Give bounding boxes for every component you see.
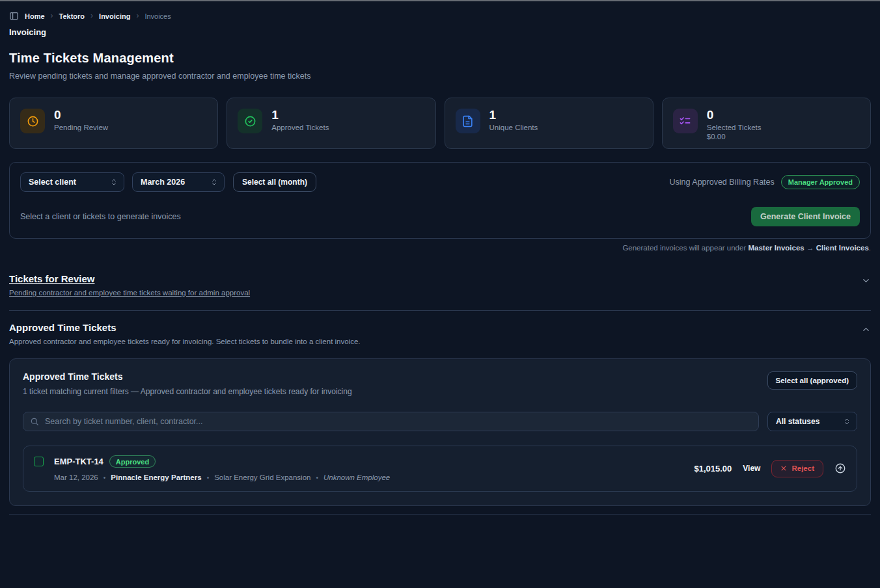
select-all-month-button[interactable]: Select all (month) bbox=[233, 172, 316, 192]
stat-sublabel-amount: $0.00 bbox=[707, 133, 762, 140]
status-filter-value: All statuses bbox=[776, 417, 819, 426]
bullet-separator bbox=[98, 474, 111, 481]
chevron-up-icon[interactable] bbox=[861, 322, 871, 334]
stat-card-approved-tickets: 1 Approved Tickets bbox=[227, 98, 435, 149]
bullet-separator bbox=[310, 474, 323, 481]
page-section-label: Invoicing bbox=[9, 27, 871, 37]
ticket-date: Mar 12, 2026 bbox=[54, 474, 98, 481]
approved-tickets-subtitle: Approved contractor and employee tickets… bbox=[9, 338, 361, 345]
breadcrumb-home[interactable]: Home bbox=[25, 12, 45, 20]
chevron-right-icon: › bbox=[90, 12, 93, 20]
ticket-id: EMP-TKT-14 bbox=[54, 457, 103, 466]
stat-value: 1 bbox=[489, 109, 538, 122]
stat-value: 0 bbox=[707, 109, 762, 122]
tickets-for-review-subtitle[interactable]: Pending contractor and employee time tic… bbox=[9, 289, 250, 297]
bottom-divider bbox=[9, 514, 871, 514]
ticket-project: Solar Energy Grid Expansion bbox=[214, 474, 310, 481]
breadcrumb-invoices-current: Invoices bbox=[144, 12, 171, 20]
search-icon bbox=[30, 417, 39, 429]
stat-label: Approved Tickets bbox=[271, 124, 329, 131]
chevron-right-icon: › bbox=[51, 12, 53, 20]
arrow-up-circle-icon[interactable] bbox=[834, 462, 846, 474]
tickets-for-review-section: Tickets for Review Pending contractor an… bbox=[9, 273, 871, 297]
check-circle-icon bbox=[238, 109, 262, 133]
stat-value: 0 bbox=[54, 109, 108, 122]
breadcrumb: Home › Tektoro › Invoicing › Invoices bbox=[9, 1, 871, 21]
generate-client-invoice-button[interactable]: Generate Client Invoice bbox=[751, 207, 860, 226]
section-divider bbox=[9, 310, 871, 311]
manager-approved-badge: Manager Approved bbox=[781, 175, 860, 189]
breadcrumb-invoicing[interactable]: Invoicing bbox=[99, 12, 130, 20]
approved-card-title: Approved Time Tickets bbox=[23, 371, 352, 382]
stat-card-pending-review: 0 Pending Review bbox=[9, 98, 218, 149]
stat-label: Unique Clients bbox=[489, 124, 538, 131]
checklist-icon bbox=[673, 109, 698, 133]
document-icon bbox=[456, 109, 480, 133]
chevron-down-icon[interactable] bbox=[861, 273, 871, 286]
page-title: Time Tickets Management bbox=[9, 51, 871, 66]
approved-tickets-title: Approved Time Tickets bbox=[9, 322, 361, 333]
chevrons-up-down-icon bbox=[843, 418, 851, 425]
chevrons-up-down-icon bbox=[110, 178, 118, 186]
month-select-value: March 2026 bbox=[141, 178, 185, 187]
x-icon bbox=[780, 465, 787, 472]
stat-card-selected-tickets: 0 Selected Tickets $0.00 bbox=[662, 98, 871, 149]
stat-card-unique-clients: 1 Unique Clients bbox=[445, 98, 653, 149]
month-select[interactable]: March 2026 bbox=[132, 172, 225, 192]
ticket-checkbox[interactable] bbox=[34, 457, 44, 466]
ticket-search-input[interactable] bbox=[23, 412, 759, 431]
approved-card-subtitle: 1 ticket matching current filters — Appr… bbox=[23, 387, 352, 396]
chevrons-up-down-icon bbox=[210, 178, 218, 186]
tickets-for-review-title[interactable]: Tickets for Review bbox=[9, 273, 250, 284]
stats-row: 0 Pending Review 1 Approved Tickets 1 Un… bbox=[9, 98, 871, 149]
ticket-amount: $1,015.00 bbox=[694, 464, 732, 474]
select-all-approved-button[interactable]: Select all (approved) bbox=[767, 371, 857, 390]
billing-rates-text: Using Approved Billing Rates bbox=[670, 178, 775, 187]
generated-invoices-note: Generated invoices will appear under Mas… bbox=[9, 244, 871, 252]
page-subtitle: Review pending tickets and manage approv… bbox=[9, 72, 871, 81]
ticket-row: EMP-TKT-14 Approved Mar 12, 2026 Pinnacl… bbox=[23, 446, 857, 492]
approved-tickets-section: Approved Time Tickets Approved contracto… bbox=[9, 322, 871, 345]
client-select-value: Select client bbox=[29, 178, 76, 187]
stat-label: Selected Tickets bbox=[707, 124, 762, 131]
stat-value: 1 bbox=[271, 109, 329, 122]
invoice-generation-panel: Select client March 2026 Select all (mon… bbox=[9, 162, 871, 239]
ticket-worker: Unknown Employee bbox=[323, 474, 390, 481]
generate-helper-text: Select a client or tickets to generate i… bbox=[20, 212, 181, 221]
reject-button[interactable]: Reject bbox=[771, 460, 823, 477]
stat-label: Pending Review bbox=[54, 124, 108, 131]
ticket-status-badge: Approved bbox=[109, 455, 156, 468]
status-filter-select[interactable]: All statuses bbox=[767, 412, 857, 431]
clock-icon bbox=[20, 109, 45, 133]
chevron-right-icon: › bbox=[136, 12, 139, 20]
sidebar-toggle-icon[interactable] bbox=[9, 11, 19, 21]
bullet-separator bbox=[202, 474, 215, 481]
client-select[interactable]: Select client bbox=[20, 172, 124, 192]
breadcrumb-tektoro[interactable]: Tektoro bbox=[59, 12, 85, 20]
ticket-client: Pinnacle Energy Partners bbox=[111, 474, 201, 481]
ticket-meta: Mar 12, 2026 Pinnacle Energy Partners So… bbox=[54, 474, 390, 481]
approved-tickets-card: Approved Time Tickets 1 ticket matching … bbox=[9, 358, 871, 506]
view-button[interactable]: View bbox=[743, 464, 760, 473]
